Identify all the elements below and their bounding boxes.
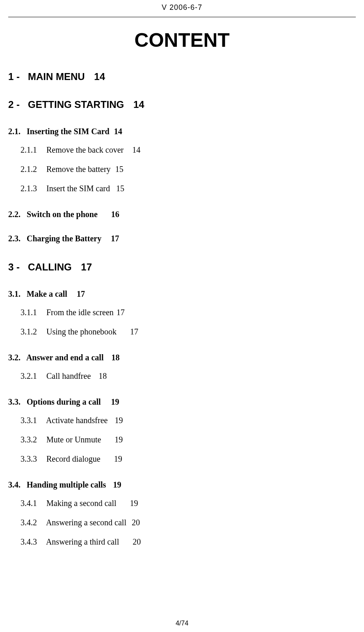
toc-title: Record dialogue [46,454,101,463]
toc-number: 2.1.3 [21,184,37,193]
toc-number: 3.4.3 [21,537,37,546]
toc-title: Insert the SIM card [46,184,110,193]
toc-page: 14 [132,145,140,154]
toc-page: 15 [115,165,124,174]
toc-number: 3.2.1 [21,371,37,380]
toc-page: 19 [111,397,119,406]
toc-number: 3.4.1 [21,499,37,508]
toc-entry-mute-unmute: 3.3.2 Mute or Unmute 19 [8,435,356,444]
toc-entry-from-idle-screen: 3.1.1 From the idle screen 17 [8,308,356,317]
toc-title: Call handfree [46,371,91,380]
toc-entry-make-a-call: 3.1 Make a call 17 [8,289,356,299]
toc-number: 2.1.2 [21,165,37,174]
toc-page: 14 [114,127,122,136]
toc-number: 2.1 [8,127,25,136]
toc-number: 2.3 [8,234,25,243]
toc-page: 14 [133,99,144,110]
toc-number: 3 [8,261,25,272]
toc-entry-call-handfree: 3.2.1 Call handfree 18 [8,371,356,381]
toc-title: Options during a call [27,397,101,406]
toc-title: CALLING [28,261,72,272]
toc-title: Mute or Unmute [46,435,101,444]
toc-number: 3.1 [8,289,25,298]
toc-entry-options-during-call: 3.3 Options during a call 19 [8,397,356,407]
toc-page: 17 [81,261,92,272]
toc-entry-main-menu: 1 MAIN MENU 14 [8,71,356,82]
toc-title: Using the phonebook [46,327,117,336]
toc-page: 20 [133,537,141,546]
toc-entry-using-phonebook: 3.1.2 Using the phonebook 17 [8,327,356,337]
toc-entry-handing-multiple-calls: 3.4 Handing multiple calls 19 [8,480,356,490]
toc-page: 19 [114,454,122,463]
toc-entry-record-dialogue: 3.3.3 Record dialogue 19 [8,454,356,464]
toc-title: Remove the battery [46,165,111,174]
toc-title: Answer and end a call [26,353,104,362]
toc-page: 19 [113,480,121,489]
toc-number: 3.3 [8,397,25,406]
toc-page: 18 [111,353,119,362]
toc-container: 1 MAIN MENU 14 2 GETTING STARTING 14 2.1… [0,71,364,547]
toc-page: 17 [111,234,119,243]
toc-number: 3.1.1 [21,308,37,317]
toc-page: 15 [116,184,124,193]
toc-number: 3.3.2 [21,435,37,444]
toc-title: GETTING STARTING [28,99,124,110]
toc-number: 3.3.3 [21,454,37,463]
toc-page: 19 [130,499,138,508]
page-title: CONTENT [0,29,364,51]
header-version: V 2006-6-7 [0,0,364,12]
toc-number: 3.3.1 [21,416,37,425]
toc-page: 19 [114,416,123,425]
toc-number: 2.2 [8,210,25,219]
toc-title: Answering a third call [46,537,119,546]
toc-number: 3.2 [8,353,25,362]
toc-entry-charging-battery: 2.3 Charging the Battery 17 [8,234,356,243]
toc-title: MAIN MENU [28,71,85,82]
toc-number: 3.1.2 [21,327,37,336]
toc-page: 14 [94,71,105,82]
toc-title: Making a second call [46,499,117,508]
toc-entry-answering-third-call: 3.4.3 Answering a third call 20 [8,537,356,547]
toc-title: Inserting the SIM Card [27,127,110,136]
toc-entry-answer-end-call: 3.2 Answer and end a call 18 [8,353,356,362]
header-divider [8,17,356,17]
toc-entry-making-second-call: 3.4.1 Making a second call 19 [8,499,356,508]
toc-title: Make a call [27,289,67,298]
toc-entry-switch-on-phone: 2.2 Switch on the phone 16 [8,210,356,219]
toc-title: From the idle screen [46,308,114,317]
toc-title: Handing multiple calls [27,480,106,489]
toc-entry-calling: 3 CALLING 17 [8,261,356,273]
toc-number: 3.4 [8,480,25,489]
toc-page: 16 [111,210,119,219]
toc-entry-insert-sim-card: 2.1.3 Insert the SIM card 15 [8,184,356,193]
toc-title: Remove the back cover [46,145,124,154]
toc-title: Answering a second call [46,518,126,527]
toc-number: 1 [8,71,25,82]
toc-entry-activate-handsfree: 3.3.1 Activate handsfree 19 [8,416,356,425]
toc-page: 19 [114,435,123,444]
toc-entry-remove-back-cover: 2.1.1 Remove the back cover 14 [8,145,356,155]
toc-page: 17 [130,327,138,336]
toc-entry-inserting-sim-card: 2.1 Inserting the SIM Card 14 [8,127,356,136]
toc-entry-answering-second-call: 3.4.2 Answering a second call 20 [8,518,356,527]
toc-entry-remove-battery: 2.1.2 Remove the battery 15 [8,165,356,174]
toc-page: 18 [98,371,107,380]
toc-page: 20 [132,518,140,527]
toc-page: 17 [117,308,125,317]
toc-number: 2.1.1 [21,145,37,154]
toc-title: Switch on the phone [27,210,98,219]
toc-number: 3.4.2 [21,518,37,527]
toc-page: 17 [77,289,85,298]
toc-number: 2 [8,99,25,110]
toc-title: Charging the Battery [27,234,101,243]
toc-title: Activate handsfree [46,416,108,425]
toc-entry-getting-starting: 2 GETTING STARTING 14 [8,99,356,110]
page-footer: 4/74 [0,620,364,627]
